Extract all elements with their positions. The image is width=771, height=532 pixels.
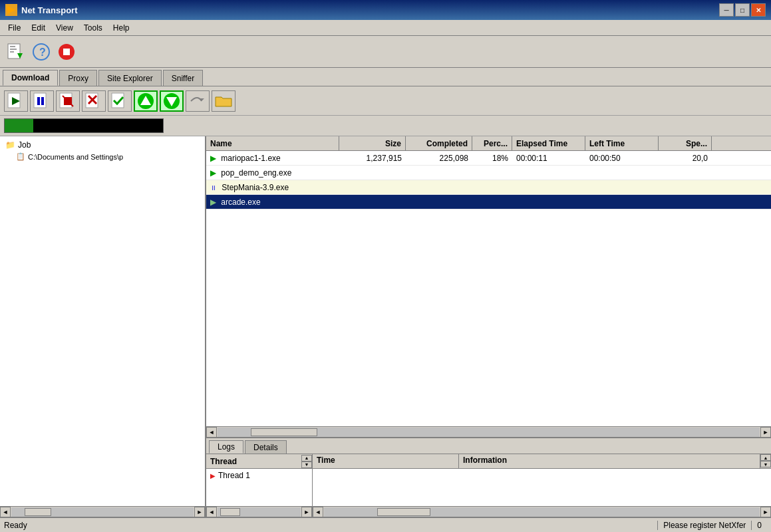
confirm-button[interactable] [108, 90, 132, 112]
file-list-container: Name Size Completed Perc... Elapsed Time… [206, 136, 771, 437]
top-toolbar: ? [0, 36, 771, 68]
delete-button[interactable] [82, 90, 106, 112]
thread-body: ▶ Thread 1 [206, 469, 312, 506]
file-row-3-elapsed [512, 201, 585, 203]
tab-site-explorer[interactable]: Site Explorer [98, 70, 162, 86]
file-row-1[interactable]: ▶ pop_demo_eng.exe [206, 166, 771, 180]
status-bar: Ready Please register NetXfer 0 [0, 517, 771, 532]
up-button[interactable] [134, 90, 158, 112]
info-h-scroll-left[interactable]: ◄ [313, 507, 323, 517]
thread-h-thumb[interactable] [220, 508, 240, 516]
file-list-body: ▶ mariopac1-1.exe 1,237,915 225,098 18% … [206, 151, 771, 426]
thread-icon-0: ▶ [210, 472, 216, 479]
col-header-completed[interactable]: Completed [406, 136, 472, 150]
menu-help[interactable]: Help [108, 22, 135, 34]
svg-rect-2 [10, 46, 15, 47]
down-button[interactable] [160, 90, 184, 112]
window-title: Net Transport [21, 5, 78, 15]
pause-button[interactable] [30, 90, 54, 112]
file-scroll-thumb[interactable] [251, 428, 317, 436]
folder-button[interactable] [212, 90, 235, 112]
file-row-3-left [585, 201, 659, 203]
file-scroll-left-btn[interactable]: ◄ [206, 427, 217, 438]
stop-all-button[interactable] [55, 40, 78, 64]
thread-h-scroll: ◄ ► [206, 506, 312, 517]
action-toolbar [0, 86, 771, 116]
file-row-0[interactable]: ▶ mariopac1-1.exe 1,237,915 225,098 18% … [206, 151, 771, 166]
bottom-content: Thread ▲ ▼ ▶ Thread 1 ◄ [206, 454, 771, 517]
thread-scroll-down[interactable]: ▼ [301, 462, 312, 468]
col-header-elapsed[interactable]: Elapsed Time [512, 136, 585, 150]
file-row-0-speed: 20,0 [659, 152, 712, 164]
window-controls: ─ □ ✕ [719, 3, 766, 17]
scroll-track[interactable] [11, 507, 194, 517]
info-scroll-btns: ▲ ▼ [760, 454, 771, 468]
new-download-button[interactable] [4, 40, 28, 64]
file-row-2-size [339, 186, 406, 189]
status-register-text: Please register NetXfer [657, 521, 751, 530]
status-text-left: Ready [4, 521, 657, 530]
file-row-1-speed [659, 172, 712, 174]
file-row-1-name: ▶ pop_demo_eng.exe [206, 167, 339, 179]
start-button[interactable] [4, 90, 28, 112]
tab-sniffer[interactable]: Sniffer [163, 70, 203, 86]
tree-item-job[interactable]: 📁 Job [3, 139, 202, 151]
file-row-0-percent: 18% [472, 152, 512, 164]
progress-fill [5, 119, 33, 132]
menu-bar: File Edit View Tools Help [0, 20, 771, 36]
stop-button[interactable] [56, 90, 80, 112]
svg-marker-26 [199, 98, 204, 101]
arrow-button[interactable] [186, 90, 210, 112]
tab-download[interactable]: Download [3, 70, 58, 86]
file-row-1-elapsed [512, 172, 585, 174]
minimize-button[interactable]: ─ [719, 3, 734, 17]
file-list-header: Name Size Completed Perc... Elapsed Time… [206, 136, 771, 151]
file-row-1-size [339, 172, 406, 174]
col-header-size[interactable]: Size [339, 136, 406, 150]
file-row-0-completed: 225,098 [406, 152, 472, 164]
svg-marker-0 [7, 6, 15, 14]
scroll-right-button[interactable]: ► [194, 507, 205, 517]
scroll-thumb[interactable] [25, 508, 51, 516]
file-row-2-percent [472, 186, 512, 189]
file-row-0-name: ▶ mariopac1-1.exe [206, 152, 339, 164]
thread-h-scroll-left[interactable]: ◄ [206, 507, 217, 517]
file-row-3-name: ▶ arcade.exe [206, 196, 339, 208]
menu-view[interactable]: View [51, 22, 78, 34]
file-row-3[interactable]: ▶ arcade.exe [206, 195, 771, 209]
col-header-percent[interactable]: Perc... [472, 136, 512, 150]
scroll-left-button[interactable]: ◄ [0, 507, 11, 517]
help-button[interactable]: ? [29, 40, 53, 64]
menu-file[interactable]: File [3, 22, 26, 34]
tree-area: 📁 Job 📋 C:\Documents and Settings\p [0, 136, 205, 506]
file-row-2-speed [659, 186, 712, 189]
col-header-left[interactable]: Left Time [585, 136, 659, 150]
info-header: Time Information ▲ ▼ [313, 454, 771, 469]
file-list-h-scrollbar: ◄ ► [206, 426, 771, 437]
thread-label-0: Thread 1 [218, 471, 250, 480]
close-button[interactable]: ✕ [751, 3, 766, 17]
info-scroll-up[interactable]: ▲ [760, 454, 771, 461]
left-panel: 📁 Job 📋 C:\Documents and Settings\p ◄ ► [0, 136, 206, 517]
bottom-tab-details[interactable]: Details [245, 440, 287, 454]
file-row-2[interactable]: ⏸ StepMania-3.9.exe [206, 180, 771, 195]
info-scroll-down[interactable]: ▼ [760, 461, 771, 467]
progress-bar [4, 118, 164, 133]
file-scroll-right-btn[interactable]: ► [760, 427, 771, 438]
thread-row-0[interactable]: ▶ Thread 1 [206, 469, 312, 482]
thread-col-label: Thread [206, 456, 301, 467]
info-h-scroll-right[interactable]: ► [760, 507, 771, 517]
bottom-tab-logs[interactable]: Logs [209, 440, 243, 454]
info-h-thumb[interactable] [377, 508, 430, 516]
status-bar-right: Please register NetXfer 0 [657, 521, 767, 530]
tree-item-path[interactable]: 📋 C:\Documents and Settings\p [3, 151, 202, 162]
thread-h-scroll-right[interactable]: ► [301, 507, 312, 517]
thread-scroll-up[interactable]: ▲ [301, 455, 312, 462]
maximize-button[interactable]: □ [735, 3, 750, 17]
menu-edit[interactable]: Edit [26, 22, 51, 34]
menu-tools[interactable]: Tools [78, 22, 108, 34]
info-h-scroll: ◄ ► [313, 506, 771, 517]
col-header-speed[interactable]: Spe... [659, 136, 712, 150]
col-header-name[interactable]: Name [206, 136, 339, 150]
tab-proxy[interactable]: Proxy [59, 70, 97, 86]
